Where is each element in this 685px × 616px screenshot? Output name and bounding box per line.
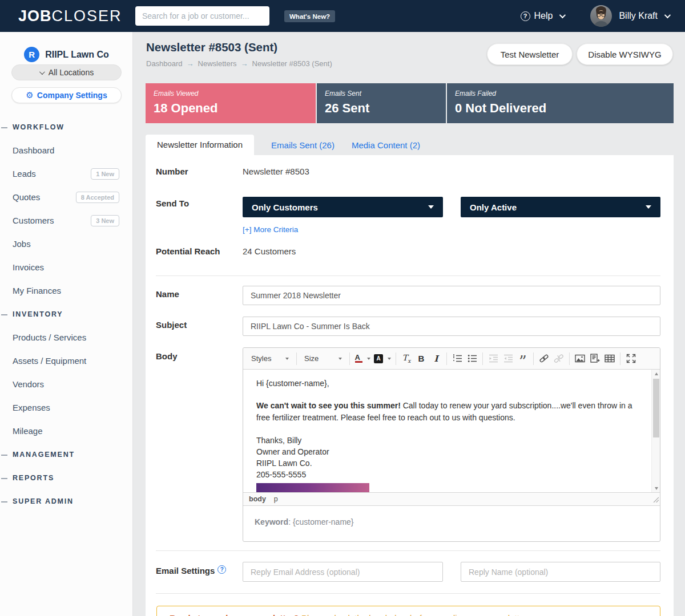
tab-bar: Newsletter Information Emails Sent (26) … (146, 135, 420, 155)
section-dashes-icon (1, 127, 7, 128)
editor-status-bar: body p (243, 492, 660, 506)
all-locations-selector[interactable]: All Locations (11, 64, 122, 80)
sidebar-item-label: Invoices (13, 262, 44, 272)
insert-template-button[interactable] (587, 352, 602, 366)
link-button[interactable] (537, 352, 551, 366)
status-selected-value: Only Active (470, 202, 517, 212)
send-to-dropdown[interactable]: Only Customers (243, 197, 443, 217)
user-name[interactable]: Billy Kraft (619, 11, 658, 21)
scrollbar-thumb[interactable] (653, 379, 659, 437)
resize-handle[interactable] (653, 496, 659, 504)
chevron-down-icon (39, 69, 45, 75)
help-menu[interactable]: ? Help (521, 11, 565, 21)
subject-label: Subject (156, 320, 187, 330)
sidebar-item-jobs[interactable]: Jobs (0, 232, 133, 256)
number-value: Newsletter #8503 (243, 167, 309, 176)
signature-line: RIIPL Lawn Co. (256, 457, 637, 469)
sidebar-item-expenses[interactable]: Expenses (0, 396, 133, 419)
maximize-button[interactable] (623, 352, 638, 366)
sidebar-item-label: My Finances (13, 286, 61, 295)
quotes-badge: 8 Accepted (76, 192, 119, 203)
newsletter-body-text: Hi {customer-name}, We can't wait to see… (256, 378, 637, 480)
name-input[interactable] (243, 286, 660, 305)
indent-button[interactable] (501, 352, 515, 366)
remove-format-button[interactable]: Tx (399, 352, 414, 366)
element-path-p[interactable]: p (274, 495, 278, 503)
editor-content[interactable]: Hi {customer-name}, We can't wait to see… (243, 370, 660, 492)
tab-emails-sent[interactable]: Emails Sent (26) (271, 140, 335, 150)
keyword-hint: Keyword: {customer-name} (243, 506, 660, 538)
reply-name-input[interactable] (461, 562, 660, 582)
unlink-button[interactable] (551, 352, 566, 366)
stat-label: Emails Failed (455, 90, 674, 98)
chevron-down-icon (559, 12, 566, 18)
section-dashes-icon (1, 455, 7, 456)
stat-value: 18 Opened (154, 101, 316, 116)
breadcrumb-newsletters[interactable]: Newsletters (198, 59, 237, 68)
scroll-up-arrow[interactable] (652, 370, 660, 378)
blockquote-button[interactable]: ” (515, 352, 530, 366)
sidebar-item-customers[interactable]: Customers3 New (0, 209, 133, 232)
sidebar-item-leads[interactable]: Leads1 New (0, 162, 133, 185)
breadcrumb-dashboard[interactable]: Dashboard (146, 59, 183, 68)
sidebar-section-super-admin[interactable]: SUPER ADMIN (0, 489, 133, 513)
stat-emails-viewed: Emails Viewed 18 Opened (146, 83, 316, 123)
sidebar-section-inventory[interactable]: INVENTORY (0, 302, 133, 326)
editor-toolbar: Styles Size A A Tx B I ” (243, 348, 660, 370)
caret-down-icon (339, 358, 342, 360)
subject-input[interactable] (243, 317, 660, 336)
bold-button[interactable]: B (414, 352, 429, 366)
user-avatar[interactable] (590, 5, 612, 27)
toolbar-separator (569, 352, 570, 365)
insert-image-button[interactable] (573, 352, 587, 366)
styles-label: Styles (251, 354, 281, 363)
sidebar-item-dashboard[interactable]: Dashboard (0, 139, 133, 162)
help-label: Help (534, 11, 553, 21)
logo-light: CLOSER (52, 7, 122, 25)
size-dropdown[interactable]: Size (300, 352, 346, 366)
sidebar-item-vendors[interactable]: Vendors (0, 372, 133, 396)
sidebar-section-reports[interactable]: REPORTS (0, 466, 133, 489)
scroll-down-arrow[interactable] (652, 484, 660, 492)
italic-button[interactable]: I (429, 352, 444, 366)
bulleted-list-button[interactable] (465, 352, 480, 366)
test-newsletter-button[interactable]: Test Newsletter (487, 43, 573, 65)
jobcloser-logo[interactable]: JOBCLOSER (18, 0, 122, 32)
tab-newsletter-information[interactable]: Newsletter Information (146, 135, 254, 155)
element-path-body[interactable]: body (249, 495, 266, 503)
caret-down-icon (428, 205, 434, 209)
link-icon (539, 354, 549, 363)
editor-scrollbar[interactable] (651, 370, 660, 492)
tab-media-content[interactable]: Media Content (2) (352, 140, 420, 150)
stat-value: 0 Not Delivered (455, 101, 674, 116)
search-input[interactable] (135, 6, 269, 26)
sidebar-item-invoices[interactable]: Invoices (0, 256, 133, 279)
name-label: Name (156, 289, 179, 299)
numbered-list-button[interactable] (450, 352, 465, 366)
text-color-button[interactable]: A (353, 352, 372, 366)
company-settings-label: Company Settings (37, 91, 107, 100)
toolbar-separator (482, 352, 483, 365)
sidebar-item-products-services[interactable]: Products / Services (0, 326, 133, 349)
company-settings-button[interactable]: ⚙ Company Settings (11, 87, 122, 103)
sidebar-item-label: Quotes (13, 192, 40, 202)
styles-dropdown[interactable]: Styles (247, 352, 293, 366)
sidebar-section-management[interactable]: MANAGEMENT (0, 443, 133, 466)
sidebar-section-workflow[interactable]: WORKFLOW (0, 115, 133, 139)
help-tooltip-icon[interactable]: ? (217, 565, 226, 574)
sidebar-item-assets-equipment[interactable]: Assets / Equipment (0, 349, 133, 372)
insert-table-button[interactable] (602, 352, 617, 366)
reply-email-input[interactable] (243, 562, 443, 582)
send-to-status-dropdown[interactable]: Only Active (461, 197, 660, 217)
sidebar-item-mileage[interactable]: Mileage (0, 419, 133, 443)
outdent-button[interactable] (486, 352, 501, 366)
newsletter-banner-image[interactable] (256, 483, 369, 492)
keyword-value: : {customer-name} (288, 517, 353, 526)
disable-wysiwyg-button[interactable]: Disable WYSIWYG (577, 43, 673, 65)
sidebar-item-my-finances[interactable]: My Finances (0, 279, 133, 302)
whats-new-button[interactable]: What's New? (284, 10, 335, 22)
more-criteria-link[interactable]: [+] More Criteria (243, 225, 298, 234)
sidebar-item-quotes[interactable]: Quotes8 Accepted (0, 185, 133, 209)
background-color-button[interactable]: A (372, 352, 393, 366)
caret-down-icon (285, 358, 289, 360)
